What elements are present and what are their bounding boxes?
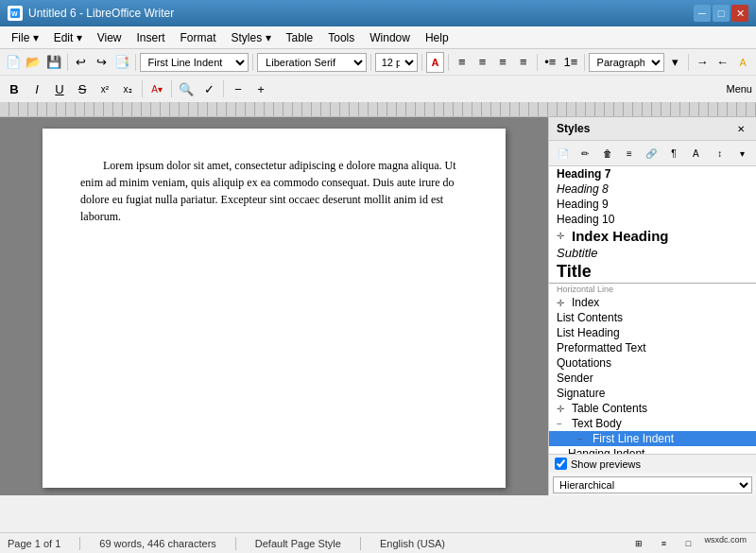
paragraph-selector[interactable]: Paragraph xyxy=(589,53,664,72)
style-item-hanging-indent[interactable]: Hanging Indent xyxy=(549,446,756,454)
style-item-quotations[interactable]: Quotations xyxy=(549,355,756,371)
style-selector[interactable]: First Line Indent xyxy=(140,53,249,72)
spell-button[interactable]: ✓ xyxy=(198,78,219,99)
align-center-button[interactable]: ≡ xyxy=(473,52,492,73)
list-bullet-button[interactable]: •≡ xyxy=(541,52,559,73)
style-para-btn[interactable]: ¶ xyxy=(663,143,683,164)
style-item-heading9[interactable]: Heading 9 xyxy=(549,197,756,212)
justify-button[interactable]: ≡ xyxy=(514,52,533,73)
index-heading-label: Index Heading xyxy=(572,228,669,244)
menu-edit[interactable]: Edit ▾ xyxy=(46,29,90,46)
menu-help[interactable]: Help xyxy=(418,29,456,46)
index-heading-expander[interactable]: ✛ xyxy=(557,231,568,241)
style-item-list-contents[interactable]: List Contents xyxy=(549,310,756,325)
styles-list[interactable]: Heading 7 Heading 8 Heading 9 Heading 10… xyxy=(549,166,756,454)
document-page: Lorem ipsum dolor sit amet, consectetur … xyxy=(43,129,506,488)
style-delete-btn[interactable]: 🗑 xyxy=(597,143,617,164)
style-options-btn[interactable]: ▾ xyxy=(732,143,752,164)
find-button[interactable]: 🔍 xyxy=(176,78,197,99)
style-item-index[interactable]: ✛ Index xyxy=(549,295,756,310)
view-mode-dropdown[interactable]: Hierarchical xyxy=(553,476,752,493)
document-area: Lorem ipsum dolor sit amet, consectetur … xyxy=(0,117,548,495)
sep3 xyxy=(252,54,253,71)
style-item-heading7[interactable]: Heading 7 xyxy=(549,166,756,181)
menu-table[interactable]: Table xyxy=(279,29,321,46)
list-numbered-button[interactable]: 1≡ xyxy=(561,52,580,73)
font-color-button[interactable]: A xyxy=(426,52,445,73)
open-button[interactable]: 📂 xyxy=(25,52,43,73)
zoom-out[interactable]: − xyxy=(228,78,249,99)
save-button[interactable]: 💾 xyxy=(44,52,63,73)
style-link-btn[interactable]: 🔗 xyxy=(642,143,662,164)
document-content[interactable]: Lorem ipsum dolor sit amet, consectetur … xyxy=(80,157,468,225)
menu-file[interactable]: File ▾ xyxy=(4,29,46,46)
menu-window[interactable]: Window xyxy=(362,29,418,46)
style-item-list-heading[interactable]: List Heading xyxy=(549,325,756,340)
status-icons: ⊞ ≡ □ wsxdc.com xyxy=(628,533,748,554)
style-filter-btn[interactable]: ≡ xyxy=(619,143,639,164)
style-item-preformatted[interactable]: Preformatted Text xyxy=(549,340,756,355)
strikethrough-button[interactable]: S xyxy=(72,78,93,99)
paragraph-more[interactable]: ▾ xyxy=(666,52,685,73)
style-item-subtitle[interactable]: Subtitle xyxy=(549,245,756,261)
highlight-button[interactable]: A xyxy=(733,52,752,73)
align-right-button[interactable]: ≡ xyxy=(493,52,512,73)
table-contents-expander[interactable]: ✛ xyxy=(557,404,568,414)
sep9 xyxy=(688,54,689,71)
maximize-button[interactable]: □ xyxy=(713,5,730,22)
menu-tools[interactable]: Tools xyxy=(320,29,362,46)
style-item-signature[interactable]: Signature xyxy=(549,386,756,401)
style-item-title[interactable]: Title xyxy=(549,261,756,283)
styles-close-button[interactable]: ✕ xyxy=(733,121,748,136)
underline-button[interactable]: U xyxy=(49,78,70,99)
style-item-table-contents[interactable]: ✛ Table Contents xyxy=(549,401,756,416)
char-color-button[interactable]: A▾ xyxy=(146,78,167,99)
sep8 xyxy=(584,54,585,71)
text-body-expander[interactable]: − xyxy=(557,419,568,429)
align-left-button[interactable]: ≡ xyxy=(453,52,472,73)
style-new-btn[interactable]: 📄 xyxy=(553,143,573,164)
zoom-in[interactable]: + xyxy=(250,78,271,99)
style-char-btn[interactable]: A xyxy=(686,143,706,164)
indent-more-button[interactable]: → xyxy=(693,52,712,73)
bold-button[interactable]: B xyxy=(4,78,25,99)
status-icon2[interactable]: ≡ xyxy=(653,533,674,554)
pdf-button[interactable]: 📑 xyxy=(112,52,131,73)
style-item-first-line-indent[interactable]: − First Line Indent xyxy=(549,431,756,446)
status-icon1[interactable]: ⊞ xyxy=(628,533,649,554)
superscript-button[interactable]: x² xyxy=(94,78,115,99)
menu-insert[interactable]: Insert xyxy=(129,29,172,46)
style-item-hline[interactable]: Horizontal Line xyxy=(549,283,756,295)
styles-panel-title: Styles xyxy=(557,122,590,135)
sep12 xyxy=(223,80,224,97)
menu-label-right: Menu xyxy=(726,83,752,95)
status-icon3[interactable]: □ xyxy=(678,533,698,554)
undo-button[interactable]: ↩ xyxy=(72,52,91,73)
size-selector[interactable]: 12 pt xyxy=(375,53,418,72)
indent-less-button[interactable]: ← xyxy=(713,52,732,73)
minimize-button[interactable]: ─ xyxy=(694,5,711,22)
new-button[interactable]: 📄 xyxy=(4,52,23,73)
close-button[interactable]: ✕ xyxy=(731,5,748,22)
menu-view[interactable]: View xyxy=(90,29,129,46)
italic-button[interactable]: I xyxy=(26,78,47,99)
status-bar: Page 1 of 1 69 words, 446 characters Def… xyxy=(0,532,756,553)
font-selector[interactable]: Liberation Serif xyxy=(257,53,367,72)
first-line-expander[interactable]: − xyxy=(577,434,589,444)
language: English (USA) xyxy=(380,538,445,549)
style-item-index-heading[interactable]: ✛ Index Heading xyxy=(549,227,756,245)
menu-bar: File ▾ Edit ▾ View Insert Format Styles … xyxy=(0,26,756,49)
style-item-sender[interactable]: Sender xyxy=(549,371,756,386)
redo-button[interactable]: ↪ xyxy=(92,52,111,73)
subscript-button[interactable]: x₂ xyxy=(117,78,138,99)
show-previews-checkbox[interactable] xyxy=(555,458,567,470)
style-item-heading10[interactable]: Heading 10 xyxy=(549,212,756,227)
style-item-text-body[interactable]: − Text Body xyxy=(549,416,756,431)
menu-format[interactable]: Format xyxy=(173,29,224,46)
index-expander[interactable]: ✛ xyxy=(557,298,568,308)
style-sort-btn[interactable]: ↕ xyxy=(710,143,730,164)
language-text: English (USA) xyxy=(380,538,445,549)
style-edit-btn[interactable]: ✏ xyxy=(575,143,594,164)
style-item-heading8[interactable]: Heading 8 xyxy=(549,181,756,197)
menu-styles[interactable]: Styles ▾ xyxy=(224,29,279,46)
